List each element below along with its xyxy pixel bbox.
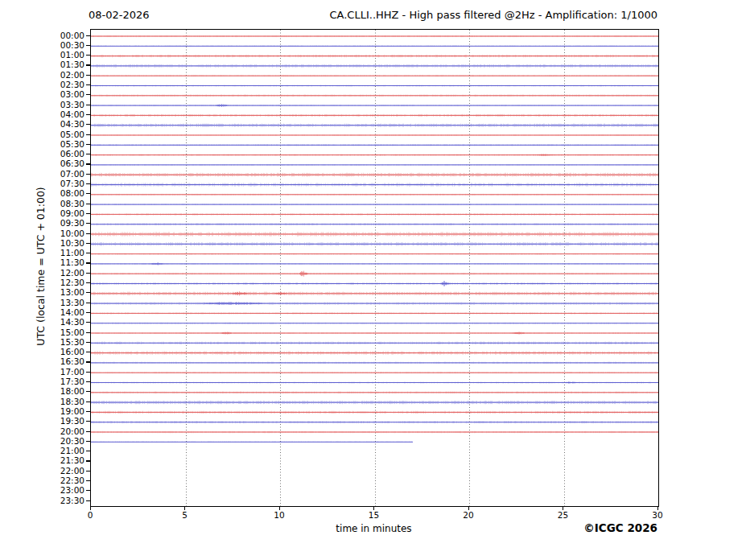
x-tick-label: 0 [74,510,106,520]
x-axis-title: time in minutes [90,523,657,534]
y-tick-mark [86,500,90,501]
plot-area [90,29,659,507]
helicorder-figure: 08-02-2026 CA.CLLI..HHZ - High pass filt… [0,0,746,560]
y-tick-mark [86,262,90,263]
y-tick-mark [86,361,90,362]
y-tick-mark [86,204,90,204]
y-tick-mark [86,480,90,481]
y-tick-label: 00:30 [0,41,84,50]
y-tick-label: 04:00 [0,110,84,119]
y-tick-label: 02:30 [0,80,84,89]
y-tick-label: 09:00 [0,209,84,218]
y-tick-mark [86,223,90,224]
y-tick-mark [86,154,90,154]
x-tick-label: 15 [358,510,390,520]
y-tick-mark [86,372,90,373]
y-tick-mark [86,273,90,274]
y-tick-label: 19:00 [0,407,84,416]
y-tick-mark [86,401,90,402]
y-tick-mark [86,163,90,164]
y-tick-mark [86,342,90,343]
y-tick-mark [86,471,90,471]
y-tick-label: 22:00 [0,467,84,476]
y-tick-label: 17:30 [0,377,84,386]
y-tick-label: 18:30 [0,397,84,406]
y-tick-mark [86,144,90,145]
y-tick-label: 00:00 [0,31,84,40]
y-tick-mark [86,134,90,135]
y-tick-label: 14:00 [0,308,84,317]
y-tick-label: 17:00 [0,368,84,377]
y-tick-label: 19:30 [0,417,84,426]
y-tick-label: 11:00 [0,249,84,257]
y-tick-label: 23:00 [0,486,84,495]
y-tick-mark [86,35,90,36]
y-tick-mark [86,243,90,244]
y-tick-mark [86,174,90,175]
y-tick-mark [86,460,90,461]
y-tick-mark [86,421,90,422]
y-tick-label: 06:00 [0,150,84,159]
x-tick-label: 5 [169,510,201,520]
x-tick-label: 20 [452,510,484,520]
y-tick-label: 01:30 [0,60,84,69]
y-tick-mark [86,322,90,323]
y-tick-mark [86,292,90,293]
y-tick-label: 08:00 [0,189,84,198]
y-tick-mark [86,64,90,65]
y-tick-mark [86,391,90,392]
seismogram-traces-canvas [91,30,658,506]
y-tick-label: 12:00 [0,269,84,278]
y-tick-label: 14:30 [0,318,84,327]
y-tick-label: 15:30 [0,338,84,347]
y-tick-mark [86,332,90,333]
y-tick-mark [86,213,90,214]
y-tick-mark [86,282,90,283]
y-tick-label: 18:00 [0,387,84,396]
y-tick-label: 20:00 [0,427,84,436]
y-tick-label: 05:00 [0,130,84,139]
y-tick-label: 03:00 [0,90,84,99]
y-tick-mark [86,124,90,125]
y-tick-mark [86,84,90,85]
x-tick-label: 25 [547,510,579,520]
date-label: 08-02-2026 [89,9,150,21]
y-tick-mark [86,183,90,184]
chart-title: CA.CLLI..HHZ - High pass filtered @2Hz -… [329,9,657,21]
y-tick-label: 04:30 [0,120,84,129]
y-tick-label: 20:30 [0,437,84,446]
y-tick-mark [86,303,90,303]
y-tick-label: 10:00 [0,229,84,238]
y-tick-label: 08:30 [0,200,84,208]
y-tick-mark [86,94,90,95]
y-tick-label: 16:00 [0,348,84,356]
y-tick-mark [86,312,90,313]
y-tick-label: 23:30 [0,496,84,505]
y-tick-label: 22:30 [0,476,84,485]
y-tick-mark [86,45,90,46]
y-tick-label: 11:30 [0,258,84,267]
y-tick-mark [86,193,90,194]
y-tick-label: 12:30 [0,278,84,287]
y-tick-mark [86,451,90,451]
y-tick-mark [86,253,90,253]
y-tick-mark [86,431,90,432]
y-tick-label: 13:30 [0,299,84,307]
y-tick-label: 21:00 [0,447,84,455]
y-tick-mark [86,105,90,105]
y-tick-mark [86,490,90,491]
x-tick-label: 10 [263,510,295,520]
y-tick-label: 16:30 [0,357,84,366]
copyright-label: ©ICGC 2026 [583,521,657,534]
y-tick-label: 05:30 [0,140,84,149]
y-tick-label: 03:30 [0,101,84,109]
y-tick-mark [86,352,90,352]
y-tick-label: 09:30 [0,219,84,228]
y-tick-label: 21:30 [0,456,84,465]
y-tick-label: 06:30 [0,159,84,168]
y-tick-label: 13:00 [0,288,84,297]
y-tick-label: 10:30 [0,239,84,248]
y-tick-mark [86,114,90,115]
x-tick-label: 30 [641,510,674,520]
y-tick-label: 01:00 [0,51,84,60]
